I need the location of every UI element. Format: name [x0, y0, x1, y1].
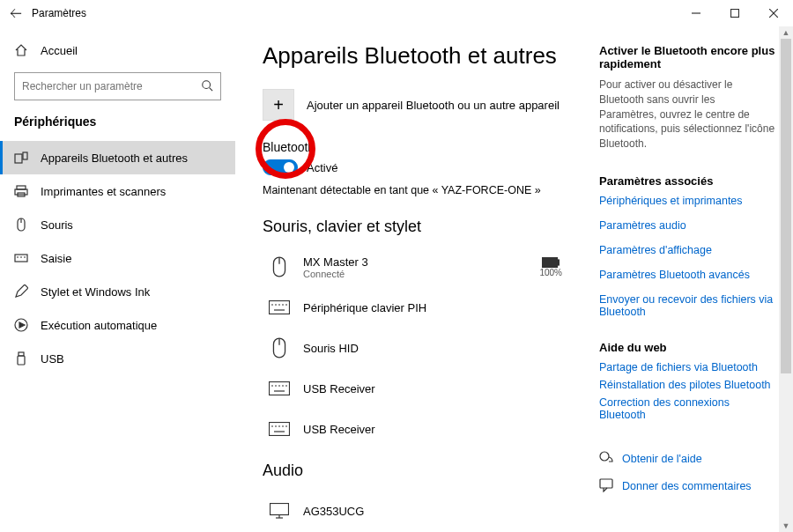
link-bt-drivers[interactable]: Réinstallation des pilotes Bluetooth [599, 379, 775, 391]
svg-rect-51 [600, 479, 612, 488]
maximize-button[interactable] [715, 0, 754, 26]
autoplay-icon [14, 318, 28, 332]
link-devices-printers[interactable]: Périphériques et imprimantes [599, 195, 775, 207]
svg-rect-9 [15, 189, 27, 195]
svg-line-5 [210, 87, 213, 91]
link-bt-fix[interactable]: Correction des connexions Bluetooth [599, 396, 775, 421]
sidebar-item-label: Souris [41, 218, 73, 232]
scroll-up-arrow[interactable]: ▲ [779, 26, 793, 39]
sidebar-item-bluetooth-devices[interactable]: Appareils Bluetooth et autres [0, 141, 235, 174]
battery-indicator: 100% [539, 257, 567, 277]
bluetooth-state: Activé [307, 161, 337, 174]
add-device-label: Ajouter un appareil Bluetooth ou un autr… [307, 99, 560, 112]
sidebar-item-label: Appareils Bluetooth et autres [41, 151, 188, 165]
back-button[interactable]: 🡠 [0, 6, 32, 20]
svg-rect-33 [270, 382, 290, 395]
bluetooth-label: Bluetooth [263, 140, 573, 159]
svg-rect-47 [271, 504, 289, 515]
svg-rect-6 [15, 154, 22, 163]
device-row[interactable]: USB Receiver [263, 409, 573, 449]
sidebar: Accueil Périphériques Appareils Bluetoot… [0, 26, 236, 532]
sidebar-item-label: Saisie [41, 252, 71, 265]
search-icon [194, 79, 220, 94]
device-row[interactable]: Souris HID [263, 328, 573, 368]
svg-rect-8 [17, 186, 26, 189]
device-name: Souris HID [303, 342, 567, 355]
discoverable-text: Maintenant détectable en tant que « YAZ-… [263, 184, 573, 196]
svg-point-50 [600, 452, 609, 461]
content-panel: Appareils Bluetooth et autres + Ajouter … [236, 26, 599, 532]
mouse-icon [268, 256, 291, 277]
minimize-button[interactable] [677, 0, 715, 26]
feedback-row[interactable]: Donner des commentaires [599, 478, 775, 495]
add-device-row[interactable]: + Ajouter un appareil Bluetooth ou un au… [263, 89, 573, 121]
home-label: Accueil [41, 44, 78, 57]
svg-rect-13 [15, 255, 27, 262]
printer-icon [14, 184, 28, 198]
link-display-settings[interactable]: Paramètres d'affichage [599, 244, 775, 256]
plus-icon[interactable]: + [263, 89, 294, 121]
sidebar-item-label: Imprimantes et scanners [41, 185, 166, 198]
sidebar-item-printers[interactable]: Imprimantes et scanners [0, 174, 235, 208]
link-bt-sharing[interactable]: Partage de fichiers via Bluetooth [599, 361, 775, 373]
sidebar-item-label: Stylet et Windows Ink [41, 285, 150, 299]
svg-point-4 [203, 80, 211, 88]
keyboard-icon [268, 422, 291, 436]
sidebar-home[interactable]: Accueil [0, 33, 235, 67]
feedback-icon [599, 478, 613, 495]
svg-rect-24 [270, 301, 290, 314]
sidebar-item-pen[interactable]: Stylet et Windows Ink [0, 275, 235, 308]
svg-rect-40 [270, 423, 290, 436]
sidebar-item-typing[interactable]: Saisie [0, 241, 235, 275]
link-bt-send-receive[interactable]: Envoyer ou recevoir des fichiers via Blu… [599, 293, 775, 318]
device-status: Connecté [303, 269, 527, 279]
device-row[interactable]: MX Master 3Connecté 100% [263, 247, 573, 287]
get-help-row[interactable]: Obtenir de l'aide [599, 451, 775, 468]
scrollbar[interactable]: ▲ ▼ [779, 26, 793, 532]
right-text-quick: Pour activer ou désactiver le Bluetooth … [599, 78, 775, 151]
sidebar-item-mouse[interactable]: Souris [0, 208, 235, 241]
sidebar-item-autoplay[interactable]: Exécution automatique [0, 308, 235, 342]
search-box[interactable] [14, 72, 221, 100]
device-name: AG353UCG [303, 505, 567, 518]
help-icon [599, 451, 613, 468]
keyboard-icon [268, 300, 291, 314]
keyboard-icon [268, 381, 291, 395]
keyboard-icon [14, 251, 28, 265]
bluetooth-toggle[interactable] [263, 159, 298, 175]
search-input[interactable] [15, 80, 194, 92]
link-audio-settings[interactable]: Paramètres audio [599, 219, 775, 232]
right-heading-webhelp: Aide du web [599, 341, 775, 354]
scroll-thumb[interactable] [781, 39, 791, 373]
link-bt-advanced[interactable]: Paramètres Bluetooth avancés [599, 269, 775, 281]
mouse-icon [14, 218, 28, 232]
svg-rect-23 [558, 260, 560, 265]
feedback-link[interactable]: Donner des commentaires [622, 480, 752, 492]
sidebar-item-label: USB [41, 352, 64, 366]
device-row[interactable]: Périphérique clavier PIH [263, 287, 573, 328]
device-name: USB Receiver [303, 382, 567, 395]
page-title: Appareils Bluetooth et autres [263, 42, 573, 70]
right-panel: Activer le Bluetooth encore plus rapidem… [599, 26, 793, 532]
svg-rect-22 [543, 257, 558, 267]
devices-icon [14, 151, 28, 165]
scroll-down-arrow[interactable]: ▼ [779, 520, 793, 532]
right-heading-related: Paramètres associés [599, 174, 775, 188]
device-row[interactable]: USB Receiver [263, 368, 573, 409]
sidebar-item-usb[interactable]: USB [0, 342, 235, 375]
sidebar-item-label: Exécution automatique [41, 319, 157, 332]
svg-rect-19 [18, 356, 25, 365]
mouse-icon [268, 337, 291, 358]
section-audio-header: Audio [263, 462, 573, 480]
usb-icon [14, 351, 28, 366]
title-bar: 🡠 Paramètres [0, 0, 793, 26]
window-title: Paramètres [32, 7, 86, 19]
close-button[interactable] [754, 0, 793, 26]
device-name: MX Master 3 [303, 255, 527, 269]
section-mouse-header: Souris, clavier et stylet [263, 218, 573, 236]
get-help-link[interactable]: Obtenir de l'aide [622, 453, 702, 465]
device-row[interactable]: AG353UCG [263, 491, 573, 531]
home-icon [14, 43, 28, 57]
device-name: USB Receiver [303, 423, 567, 436]
main-area: Appareils Bluetooth et autres + Ajouter … [236, 26, 793, 532]
